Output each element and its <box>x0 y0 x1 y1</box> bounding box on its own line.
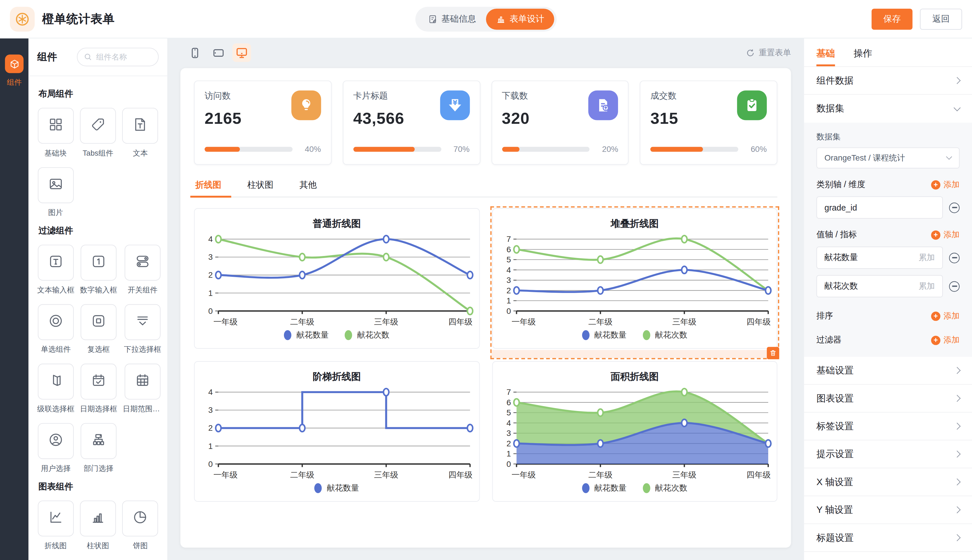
chart-legend: 献花数量 <box>200 482 474 494</box>
input-text-icon <box>48 253 64 272</box>
svg-text:3: 3 <box>209 253 213 262</box>
chart-tab-柱状图[interactable]: 柱状图 <box>246 180 275 197</box>
component-tile-label: 复选框 <box>87 345 110 355</box>
chart-slot: 普通折线图 01234一年级二年级三年级四年级 献花数量献花次数 <box>194 208 479 349</box>
dataset-collapse-row[interactable]: 数据集 <box>804 95 972 123</box>
svg-text:四年级: 四年级 <box>746 470 770 479</box>
chevron-right-icon <box>954 478 960 485</box>
settings-row-Y 轴设置[interactable]: Y 轴设置 <box>804 496 972 524</box>
settings-row-图表设置[interactable]: 图表设置 <box>804 385 972 412</box>
svg-text:0: 0 <box>506 307 511 316</box>
inspector-panel: 基础 操作 组件数据 数据集 数据集 OrangeTest / 课程统计 类别轴… <box>803 38 972 560</box>
category-axis-label: 类别轴 / 维度 <box>816 179 865 190</box>
monitor-icon <box>235 46 249 59</box>
stat-card-value: 43,566 <box>353 109 404 128</box>
device-monitor-button[interactable] <box>232 43 251 62</box>
rail-components-button[interactable] <box>5 54 23 73</box>
chart-title: 普通折线图 <box>200 218 474 230</box>
dataset-select[interactable]: OrangeTest / 课程统计 <box>816 148 960 168</box>
component-tile-pie-chart[interactable]: 饼图 <box>122 500 159 551</box>
settings-row-标题设置[interactable]: 标题设置 <box>804 524 972 552</box>
component-tile-file-text[interactable]: 文本 <box>122 108 159 159</box>
tab-form-design[interactable]: 表单设计 <box>486 8 554 30</box>
progress-bar <box>502 147 590 151</box>
save-button[interactable]: 保存 <box>872 8 912 30</box>
chart-tab-其他[interactable]: 其他 <box>298 180 318 197</box>
chevron-right-icon <box>954 451 960 458</box>
chevron-down-icon <box>954 104 960 111</box>
component-tile-dept[interactable]: 部门选择 <box>80 423 117 474</box>
add-metric-button[interactable]: + 添加 <box>931 229 960 240</box>
chart-slot: 阶梯折线图 01234一年级二年级三年级四年级 献花数量 <box>194 361 479 502</box>
remove-circle-icon[interactable] <box>949 281 960 291</box>
back-button[interactable]: 返回 <box>920 8 962 30</box>
component-tile-user[interactable]: 用户选择 <box>37 423 74 474</box>
component-search[interactable] <box>77 48 159 66</box>
stat-card-value: 2165 <box>205 109 242 128</box>
filter-label: 过滤器 <box>816 334 842 346</box>
device-tablet-button[interactable] <box>209 43 227 62</box>
settings-row-标签设置[interactable]: 标签设置 <box>804 412 972 440</box>
component-tile-image[interactable]: 图片 <box>37 167 74 218</box>
component-tile-line-chart[interactable]: 折线图 <box>37 500 74 551</box>
component-tile-select[interactable]: 下拉选择框 <box>123 304 162 355</box>
device-phone-button[interactable] <box>185 43 204 62</box>
progress-bar <box>353 147 441 151</box>
stat-card[interactable]: 成交数 315 60% <box>640 80 777 165</box>
svg-text:6: 6 <box>506 398 511 407</box>
component-tile-calendar-grid[interactable]: 日期范围选择框 <box>123 363 162 415</box>
component-tile-input-text[interactable]: 文本输入框 <box>37 245 74 296</box>
settings-row-基础设置[interactable]: 基础设置 <box>804 357 972 385</box>
svg-text:2: 2 <box>506 439 511 448</box>
chart-tab-折线图[interactable]: 折线图 <box>194 180 222 197</box>
chart-card-2[interactable]: 阶梯折线图 01234一年级二年级三年级四年级 献花数量 <box>194 361 479 502</box>
reset-form-button[interactable]: 重置表单 <box>746 47 791 58</box>
chart-card-1[interactable]: 堆叠折线图 01234567一年级二年级三年级四年级 献花数量献花次数 <box>492 208 777 349</box>
design-canvas: 重置表单 访问数 2165 40% 卡片标题 43,566 ¥ <box>168 38 803 560</box>
tab-basic-info[interactable]: 基础信息 <box>418 8 486 30</box>
chevron-right-icon <box>954 423 960 430</box>
component-tile-checkbox[interactable]: 复选框 <box>80 304 117 355</box>
component-tile-switch[interactable]: 开关组件 <box>123 245 162 296</box>
add-filter-button[interactable]: + 添加 <box>931 334 960 346</box>
chart-card-3[interactable]: 面积折线图 01234567一年级二年级三年级四年级 献花数量献花次数 <box>492 361 777 502</box>
component-tile-calendar-check[interactable]: 日期选择框 <box>80 363 117 415</box>
settings-row-X 轴设置[interactable]: X 轴设置 <box>804 468 972 496</box>
components-title: 组件 <box>37 51 57 63</box>
svg-text:三年级: 三年级 <box>374 470 398 479</box>
stat-card-value: 315 <box>650 109 678 128</box>
settings-row-提示设置[interactable]: 提示设置 <box>804 440 972 468</box>
chart-card-0[interactable]: 普通折线图 01234一年级二年级三年级四年级 献花数量献花次数 <box>194 208 479 349</box>
component-tile-input-number[interactable]: 数字输入框 <box>80 245 117 296</box>
delete-chart-button[interactable] <box>767 347 779 359</box>
chevron-right-icon <box>954 506 960 513</box>
legend-item: 献花次数 <box>345 330 389 341</box>
metric-field[interactable]: 献花数量累加 <box>816 247 943 269</box>
dimension-field[interactable]: grade_id <box>816 197 943 219</box>
component-data-row[interactable]: 组件数据 <box>804 67 972 95</box>
search-input[interactable] <box>96 53 152 61</box>
progress-percent: 20% <box>597 144 618 153</box>
stat-card[interactable]: 下载数 320 20% <box>491 80 629 165</box>
remove-circle-icon[interactable] <box>949 202 960 213</box>
component-tile-radio[interactable]: 单选组件 <box>37 304 74 355</box>
plus-circle-icon: + <box>931 335 940 345</box>
component-tile-cascade[interactable]: 级联选择框 <box>37 363 74 415</box>
image-icon <box>47 176 63 194</box>
add-dimension-button[interactable]: + 添加 <box>931 179 960 190</box>
stat-card[interactable]: 卡片标题 43,566 ¥ 70% <box>343 80 480 165</box>
checkbox-icon <box>90 313 107 331</box>
metric-field[interactable]: 献花次数累加 <box>816 275 943 297</box>
remove-circle-icon[interactable] <box>949 253 960 263</box>
tab-basic[interactable]: 基础 <box>816 48 835 66</box>
component-tile-grid[interactable]: 基础块 <box>37 108 74 159</box>
add-sort-button[interactable]: + 添加 <box>931 310 960 322</box>
calendar-check-icon <box>90 372 107 391</box>
component-tile-bar-chart[interactable]: 柱状图 <box>80 500 116 551</box>
legend-marker <box>345 330 352 340</box>
component-tile-tag[interactable]: Tabs组件 <box>80 108 116 159</box>
metric-row: 献花数量累加 <box>816 247 960 269</box>
stat-card[interactable]: 访问数 2165 40% <box>194 80 331 165</box>
dept-icon <box>90 432 107 450</box>
tab-actions[interactable]: 操作 <box>853 48 872 66</box>
